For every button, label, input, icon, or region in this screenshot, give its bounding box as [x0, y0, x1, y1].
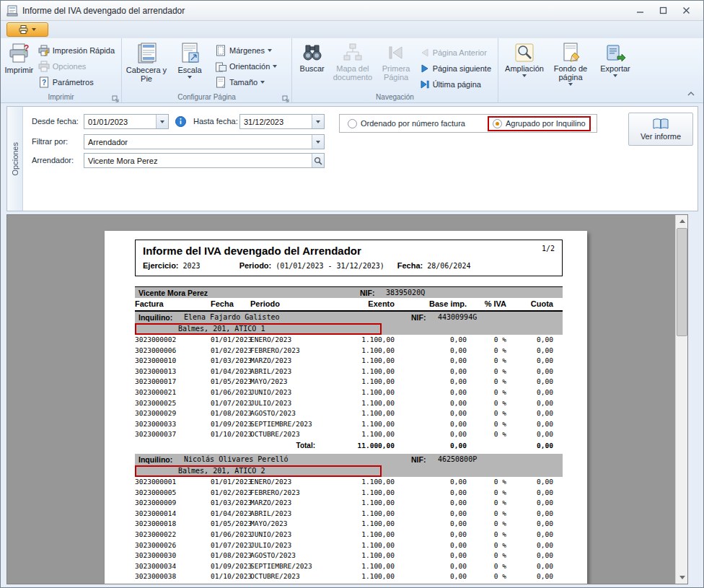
- options-tab[interactable]: Opciones: [7, 107, 23, 211]
- tamano-button[interactable]: Tamaño: [212, 74, 280, 89]
- invoice-cell: 0,00: [395, 346, 467, 356]
- application-menu-button[interactable]: [6, 22, 48, 37]
- titlebar[interactable]: Informe del IVA devengado del arrendador: [1, 1, 703, 21]
- collapse-ribbon-button[interactable]: [685, 88, 698, 100]
- invoice-cell: 01/09/2023: [211, 561, 250, 572]
- orientacion-button[interactable]: Orientación: [212, 58, 280, 74]
- exportar-label: Exportar: [600, 64, 630, 73]
- hasta-fecha-field[interactable]: 31/12/2023: [239, 114, 325, 129]
- minimize-button[interactable]: [634, 5, 646, 17]
- close-button[interactable]: [680, 5, 692, 17]
- imprimir-button[interactable]: ? Imprimir: [4, 40, 34, 89]
- dropdown-arrow-icon: [613, 74, 617, 77]
- invoice-cell: 3023000005: [135, 488, 211, 499]
- dropdown-arrow-icon: [188, 76, 192, 79]
- buscar-button[interactable]: Buscar: [296, 40, 328, 89]
- invoice-cell: 0,00: [395, 509, 467, 519]
- total-label: Total:: [250, 440, 315, 451]
- report-groups: Inquilino: Elena Fajardo Galisteo NIF: 4…: [135, 312, 563, 584]
- arrendador-field[interactable]: Vicente Mora Perez: [84, 153, 325, 168]
- desde-fecha-field[interactable]: 01/01/2023: [84, 114, 169, 129]
- parametros-button[interactable]: ? Parámetros: [35, 74, 118, 89]
- radio-agrupado-inquilino[interactable]: Agrupado por Inquilino: [488, 116, 591, 131]
- window-title: Informe del IVA devengado del arrendador: [22, 6, 185, 16]
- invoice-cell: 0,00: [506, 477, 553, 488]
- vertical-scrollbar[interactable]: [675, 215, 687, 584]
- invoice-cell: 0,00: [395, 540, 467, 551]
- scroll-down-button[interactable]: [676, 571, 688, 584]
- invoice-cell: 3023000037: [135, 429, 211, 440]
- parameters-icon: ?: [38, 76, 50, 88]
- ampliacion-button[interactable]: Ampliación: [502, 40, 547, 89]
- tenant-name: Elena Fajardo Galisteo: [184, 312, 279, 323]
- invoice-cell: 0,00: [395, 408, 467, 419]
- dialog-launcher-icon[interactable]: [282, 93, 290, 101]
- first-page-icon: [386, 43, 406, 63]
- tenant-band: Inquilino: Nicolás Olivares Perelló NIF:…: [135, 454, 563, 465]
- radio-ordenado-numero-factura[interactable]: Ordenado por número factura: [344, 118, 469, 130]
- invoice-row: 302300002901/08/2023AGOSTO/20231.100,000…: [135, 408, 563, 419]
- scroll-up-button[interactable]: [676, 215, 688, 227]
- invoice-cell: 0 %: [467, 346, 506, 356]
- filtrar-por-field[interactable]: Arrendador: [84, 134, 325, 149]
- dropdown-arrow-icon: [316, 120, 320, 123]
- invoice-cell: 1.100,00: [315, 346, 395, 356]
- tenant-nif-label: NIF:: [411, 312, 426, 323]
- invoice-cell: 0,00: [395, 530, 467, 540]
- desde-fecha-label: Desde fecha:: [32, 114, 79, 129]
- margins-icon: [215, 45, 226, 56]
- escala-button[interactable]: Escala: [169, 40, 211, 89]
- invoice-cell: ABRIL/2023: [250, 367, 315, 377]
- group-caption-configurar: Configurar Página: [122, 93, 291, 101]
- total-exento: 11.000,00: [315, 440, 395, 451]
- group-total-row: Total: 11.000,00 0,00 0,00: [135, 440, 563, 451]
- cabecera-y-pie-button[interactable]: Cabecera y Pie: [126, 40, 167, 89]
- invoice-cell: 0,00: [506, 571, 553, 582]
- arrendador-search-button[interactable]: [312, 154, 324, 167]
- fecha-value: 28/06/2024: [427, 262, 470, 270]
- ver-informe-button[interactable]: Ver informe: [628, 113, 693, 146]
- margenes-button[interactable]: Márgenes: [212, 43, 280, 58]
- invoice-cell: 3023000026: [135, 540, 211, 551]
- pagina-siguiente-label: Página siguiente: [433, 64, 491, 73]
- invoice-cell: 1.100,00: [315, 477, 395, 488]
- exportar-button[interactable]: Exportar: [594, 40, 636, 89]
- col-exento: Exento: [315, 298, 395, 310]
- filtrar-por-dropdown-button[interactable]: [312, 135, 324, 149]
- group-caption-navegacion: Navegación: [292, 93, 498, 101]
- invoice-cell: 0 %: [467, 550, 506, 561]
- invoice-cell: 0 %: [467, 419, 506, 430]
- invoice-row: 302300003401/09/2023SEPTIEMBRE/20231.100…: [135, 561, 563, 572]
- ultima-pagina-button[interactable]: Última página: [417, 76, 494, 92]
- group-caption-imprimir: Imprimir: [1, 93, 121, 101]
- invoice-row: 302300001701/05/2023MAYO/20231.100,000,0…: [135, 377, 563, 387]
- invoice-cell: 0 %: [467, 509, 506, 519]
- preview-area: Informe del IVA devengado del Arrendador…: [6, 214, 688, 584]
- pagina-siguiente-button[interactable]: Página siguiente: [417, 61, 494, 76]
- invoice-cell: 0,00: [506, 540, 553, 551]
- desde-fecha-dropdown-button[interactable]: [156, 115, 168, 128]
- invoice-cell: 01/05/2023: [211, 519, 250, 530]
- info-icon[interactable]: [175, 116, 186, 130]
- invoice-cell: 1.100,00: [315, 488, 395, 499]
- invoice-cell: 0 %: [467, 530, 506, 540]
- invoice-row: 302300000901/03/2023MARZO/20231.100,000,…: [135, 498, 563, 509]
- invoice-cell: 1.100,00: [315, 561, 395, 572]
- dialog-launcher-icon[interactable]: [112, 93, 120, 101]
- invoice-cell: 0 %: [467, 540, 506, 551]
- hasta-fecha-dropdown-button[interactable]: [312, 115, 324, 128]
- invoice-cell: 0 %: [467, 477, 506, 488]
- invoice-cell: 3023000034: [135, 561, 211, 572]
- impresion-rapida-button[interactable]: Impresión Rápida: [35, 43, 118, 58]
- invoice-cell: 3023000025: [135, 398, 211, 409]
- invoice-row: 302300001001/03/2023MARZO/20231.100,000,…: [135, 356, 563, 367]
- fondo-pagina-button[interactable]: Fondo de página: [548, 40, 593, 89]
- invoice-cell: 0 %: [467, 498, 506, 509]
- scrollbar-thumb[interactable]: [677, 228, 687, 336]
- invoice-cell: 3023000030: [135, 550, 211, 561]
- maximize-button[interactable]: [657, 5, 669, 17]
- invoice-cell: 0,00: [395, 477, 467, 488]
- invoice-cell: 0,00: [506, 387, 553, 398]
- total-cuota: 0,00: [506, 582, 553, 584]
- invoice-cell: 0 %: [467, 408, 506, 419]
